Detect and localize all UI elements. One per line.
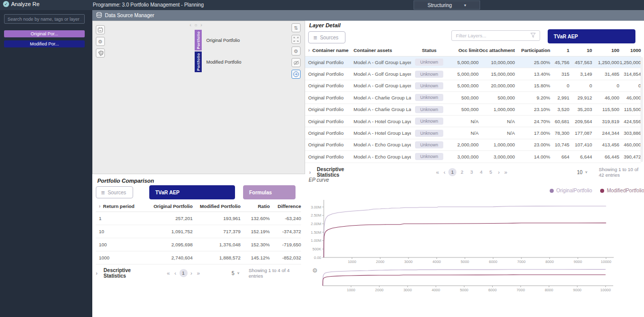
portfolio-comparison-sources-tab[interactable]: ≣ Sources xyxy=(96,186,133,198)
column-header[interactable]: Status xyxy=(411,47,447,53)
column-header[interactable]: 100 xyxy=(592,47,619,53)
table-row[interactable]: Original PortfolioModel A - Golf Group L… xyxy=(305,57,641,68)
pager-page-1[interactable]: 1 xyxy=(180,269,188,277)
svg-text:6000: 6000 xyxy=(488,288,497,292)
chevron-down-icon: ∨ xyxy=(237,271,240,275)
table-cell: 23.10% xyxy=(515,107,550,112)
column-header[interactable]: Original Portfolio xyxy=(146,203,193,209)
nav-forward-icon[interactable]: › xyxy=(200,22,202,28)
pager-first-icon[interactable]: « xyxy=(165,270,171,276)
hide-nodes-button[interactable] xyxy=(291,58,301,67)
table-row[interactable]: Original PortfolioModel A - Golf Group L… xyxy=(305,68,641,80)
chevron-down-icon: ∨ xyxy=(585,170,588,174)
column-header[interactable]: Difference xyxy=(270,203,301,209)
svg-text:3.00M: 3.00M xyxy=(311,205,321,209)
table-cell: 5,000,000 xyxy=(447,60,479,65)
node-original-portfolio[interactable]: Portfolio Original Portfolio xyxy=(195,30,240,50)
legend-item-OriginalPortfolio[interactable]: OriginalPortfolio xyxy=(550,188,592,193)
pager-first-icon[interactable]: « xyxy=(434,169,440,175)
legend-dot-icon xyxy=(550,189,554,193)
pager-page-2[interactable]: 2 xyxy=(458,168,466,176)
fit-to-screen-button[interactable] xyxy=(291,35,301,44)
column-header[interactable]: Participation xyxy=(515,47,550,53)
column-header[interactable]: Occ attachment xyxy=(479,47,515,53)
formulas-button[interactable]: Formulas xyxy=(243,185,296,199)
status-badge: Unknown xyxy=(415,71,443,78)
tvar-aep-button-comparison[interactable]: TVaR AEP xyxy=(149,185,235,199)
table-cell: 257,201 xyxy=(146,216,193,221)
canvas-history-nav[interactable]: ‹ ○ › xyxy=(190,22,202,28)
table-scrollbar[interactable] xyxy=(640,57,643,162)
sidebar-item-modified-portfolio[interactable]: Modified Por... xyxy=(4,40,85,47)
pager-page-4[interactable]: 4 xyxy=(477,168,485,176)
ep-curve-main-chart: 1000200030004000500060007000800090001000… xyxy=(306,197,616,266)
layer-detail-table-body: Original PortfolioModel A - Golf Group L… xyxy=(305,57,641,163)
table-row[interactable]: 10002,740,6041,888,572145.12%-852,032 xyxy=(96,251,301,265)
pager-next-icon[interactable]: › xyxy=(496,169,501,175)
list-icon: ≣ xyxy=(101,190,105,195)
table-cell: 1,376,048 xyxy=(193,242,241,247)
column-header[interactable]: Occ limit xyxy=(447,47,479,53)
table-row[interactable]: 1002,095,6981,376,048152.30%-719,650 xyxy=(96,238,301,251)
tags-tool-button[interactable] xyxy=(96,48,105,58)
layer-detail-descriptive-statistics[interactable]: › Descriptive Statistics xyxy=(309,167,348,178)
chart-settings-gear-icon[interactable]: ⚙ xyxy=(312,267,318,274)
svg-text:1.50M: 1.50M xyxy=(311,230,321,235)
table-cell: Unknown xyxy=(411,106,447,113)
nav-home-icon[interactable]: ○ xyxy=(194,22,197,28)
table-cell: 35,203 xyxy=(569,107,592,112)
column-header[interactable]: Ratio xyxy=(241,203,270,209)
table-row[interactable]: Original PortfolioModel A - Charlie Grou… xyxy=(305,104,641,116)
search-input[interactable] xyxy=(4,14,85,24)
pager-page-1[interactable]: 1 xyxy=(448,168,456,176)
table-row[interactable]: Original PortfolioModel A - Golf Group L… xyxy=(305,80,641,92)
pager-next-icon[interactable]: › xyxy=(189,270,194,276)
table-row[interactable]: Original PortfolioModel A - Hotel Group … xyxy=(305,127,641,139)
settings-tool-button[interactable]: ⚙ xyxy=(96,37,105,46)
portfolio-comparison-page-size[interactable]: 5 ∨ xyxy=(231,271,240,276)
column-header[interactable]: Modified Portfolio xyxy=(193,203,241,209)
layer-detail-sources-tab[interactable]: ≣ Sources xyxy=(308,31,345,43)
table-row[interactable]: 1257,201193,961132.60%-63,240 xyxy=(96,212,301,225)
canvas-settings-button[interactable]: ⚙ xyxy=(291,46,301,56)
table-row[interactable]: Original PortfolioModel A - Hotel Group … xyxy=(305,116,641,127)
swap-order-button[interactable]: ⇅ xyxy=(291,23,301,32)
table-row[interactable]: Original PortfolioModel A - Echo Group L… xyxy=(305,151,641,163)
data-source-manager-canvas[interactable]: ⚙ ‹ ○ › ⇅ ⚙ xyxy=(92,21,305,174)
tvar-aep-button-layer-detail[interactable]: TVaR AEP xyxy=(548,29,635,43)
calendar-tool-button[interactable] xyxy=(96,25,105,34)
column-header[interactable]: ›Container name xyxy=(305,47,354,53)
table-row[interactable]: Original PortfolioModel A - Charlie Grou… xyxy=(305,92,641,103)
structuring-dropdown[interactable]: Structuring ▾ xyxy=(414,1,480,10)
pager-last-icon[interactable]: » xyxy=(195,270,201,276)
svg-text:1000: 1000 xyxy=(347,288,356,292)
table-cell: 31,485 xyxy=(592,71,619,77)
pager-prev-icon[interactable]: ‹ xyxy=(442,169,447,175)
go-forward-button[interactable] xyxy=(291,70,301,79)
table-cell: 15.80% xyxy=(515,83,550,88)
ep-curve-overview-chart[interactable]: 1000200030004000500060007000800090001000… xyxy=(321,266,614,294)
pager-prev-icon[interactable]: ‹ xyxy=(173,270,178,276)
table-row[interactable]: 101,091,752717,379152.19%-374,372 xyxy=(96,225,301,238)
ep-curve-title: EP curve xyxy=(309,177,329,183)
column-header[interactable]: 1000 xyxy=(619,47,641,53)
node-modified-portfolio[interactable]: Portfolio Modified Portfolio xyxy=(195,51,242,72)
legend-item-ModifiedPortfolio[interactable]: ModifiedPortfolio xyxy=(600,188,644,193)
pager-page-5[interactable]: 5 xyxy=(487,168,495,176)
app-root: ✓ Analyze Re Programme: 3.0 Portfolio Ma… xyxy=(0,0,644,317)
table-cell: Unknown xyxy=(411,82,447,89)
nav-back-icon[interactable]: ‹ xyxy=(190,22,191,28)
table-cell: 45,756 xyxy=(550,60,569,65)
column-header[interactable]: 1 xyxy=(550,47,569,53)
pager-last-icon[interactable]: » xyxy=(503,169,509,175)
column-header[interactable]: Container assets xyxy=(354,47,411,53)
portfolio-comparison-descriptive-statistics[interactable]: › Descriptive Statistics xyxy=(96,268,150,279)
pager-page-3[interactable]: 3 xyxy=(467,168,476,176)
filter-layers-input[interactable] xyxy=(451,30,540,41)
layer-detail-page-size[interactable]: 10 ∨ xyxy=(577,170,588,175)
app-logo[interactable]: ✓ Analyze Re xyxy=(3,1,39,7)
sidebar-item-original-portfolio[interactable]: Original Por... xyxy=(4,30,85,37)
column-header[interactable]: 10 xyxy=(569,47,592,53)
column-header[interactable]: ›Return period xyxy=(96,203,146,209)
table-row[interactable]: Original PortfolioModel A - Echo Group L… xyxy=(305,139,641,151)
